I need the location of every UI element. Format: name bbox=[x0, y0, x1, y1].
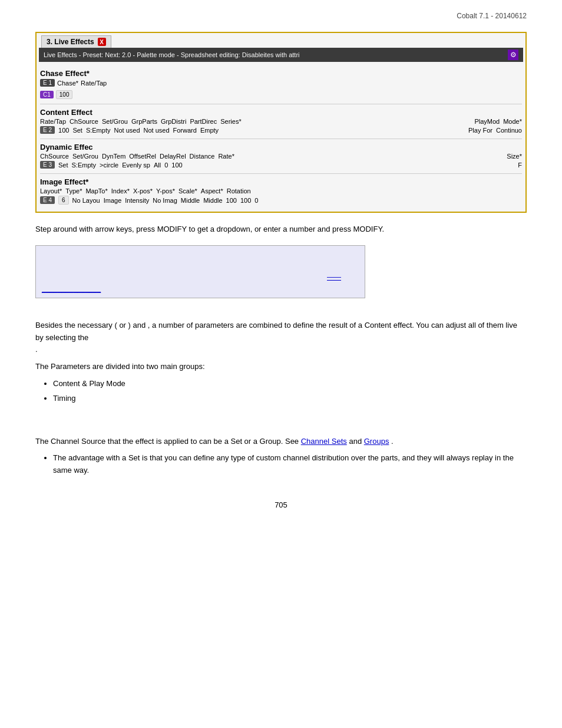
de-val3: >circle bbox=[100, 162, 118, 169]
de-val4: Evenly sp bbox=[122, 162, 150, 169]
status-bar: Live Effects - Preset: Next: 2.0 - Palet… bbox=[39, 48, 523, 62]
tab-label: 3. Live Effects bbox=[47, 38, 94, 46]
chase-effect-label: Chase Effect* bbox=[40, 69, 90, 78]
blue-box-link1[interactable]: _______________ bbox=[42, 285, 101, 293]
ce-val9: Continuo bbox=[496, 127, 522, 134]
ce-val6: Forward bbox=[173, 127, 197, 134]
ce-val2: Set bbox=[72, 127, 82, 134]
bullet-list: Content & Play Mode Timing bbox=[53, 378, 527, 405]
ie-val3: Intensity bbox=[125, 197, 149, 204]
ce-col6: PartDirec bbox=[190, 118, 217, 125]
status-text: Live Effects - Preset: Next: 2.0 - Palet… bbox=[44, 51, 300, 58]
de-col3: DynTem bbox=[102, 153, 125, 160]
rate-value: 100 bbox=[56, 90, 73, 99]
ce-col3: Set/Grou bbox=[102, 118, 128, 125]
body-section: Besides the necessary ( or ) and , a num… bbox=[35, 319, 527, 405]
chase-effect-row: Chase Effect* E 1 Chase* Rate/Tap C1 100 bbox=[40, 67, 522, 104]
de-spacer bbox=[238, 153, 503, 160]
e4-num: 6 bbox=[58, 196, 69, 205]
dynamic-effect-row: Dynamic Effec ChSource Set/Grou DynTem O… bbox=[40, 139, 522, 173]
ce-col1: Rate/Tap bbox=[40, 118, 66, 125]
bullet-item-1: Content & Play Mode bbox=[53, 378, 527, 390]
para3: The Channel Source that the effect is ap… bbox=[35, 436, 527, 448]
ce-val8: Play For bbox=[468, 127, 492, 134]
de-col4: OffsetRel bbox=[129, 153, 156, 160]
page-header: Cobalt 7.1 - 20140612 bbox=[35, 12, 527, 20]
ce-col9: Mode* bbox=[503, 118, 522, 125]
ce-col5: GrpDistri bbox=[161, 118, 186, 125]
ratetap-label: Rate/Tap bbox=[81, 80, 107, 87]
page-number: 705 bbox=[35, 500, 527, 509]
ie-col8: Aspect* bbox=[201, 187, 223, 195]
para2: The Parameters are divided into two main… bbox=[35, 361, 527, 373]
ce-spacer bbox=[245, 118, 471, 125]
de-val8: F bbox=[518, 162, 522, 169]
ce-col2: ChSource bbox=[70, 118, 98, 125]
ie-col6: Y-pos* bbox=[156, 187, 175, 195]
ie-val5: Middle bbox=[181, 197, 200, 204]
advantage-list: The advantage with a Set is that you can… bbox=[53, 452, 527, 477]
groups-link[interactable]: Groups bbox=[364, 437, 389, 446]
ie-val1: No Layou bbox=[72, 197, 100, 204]
version-text: Cobalt 7.1 - 20140612 bbox=[457, 12, 527, 20]
ie-val4: No Imag bbox=[153, 197, 177, 204]
spacer1 bbox=[35, 308, 527, 319]
ie-col1: Layout* bbox=[40, 187, 62, 195]
de-val2: S:Empty bbox=[72, 162, 97, 169]
e1-badge: E 1 bbox=[40, 79, 55, 87]
de-col1: ChSource bbox=[40, 153, 69, 160]
image-effect-row: Image Effect* Layout* Type* MapTo* Index… bbox=[40, 173, 522, 207]
bullet-item-2: Timing bbox=[53, 393, 527, 405]
ie-val6: Middle bbox=[203, 197, 222, 204]
e2-badge: E 2 bbox=[40, 126, 55, 134]
e4-badge: E 4 bbox=[40, 196, 55, 204]
ie-val7: 100 bbox=[226, 197, 237, 204]
ce-val7: Empty bbox=[200, 127, 219, 134]
ie-col9: Rotation bbox=[227, 187, 251, 195]
e3-badge: E 3 bbox=[40, 161, 55, 169]
de-val6: 0 bbox=[164, 162, 168, 169]
tab-close-button[interactable]: X bbox=[98, 38, 106, 46]
channel-sets-link[interactable]: Channel Sets bbox=[301, 437, 347, 446]
de-col7: Rate* bbox=[218, 153, 234, 160]
ce-val4: Not used bbox=[114, 127, 140, 134]
ie-col7: Scale* bbox=[178, 187, 197, 195]
gear-icon[interactable]: ⚙ bbox=[508, 50, 518, 60]
ie-col2: Type* bbox=[65, 187, 82, 195]
de-col2: Set/Grou bbox=[72, 153, 98, 160]
content-effect-row: Content Effect Rate/Tap ChSource Set/Gro… bbox=[40, 104, 522, 139]
de-col6: Distance bbox=[190, 153, 215, 160]
ie-col4: Index* bbox=[111, 187, 130, 195]
live-effects-panel: 3. Live Effects X Live Effects - Preset:… bbox=[35, 32, 527, 213]
ce-val5: Not used bbox=[144, 127, 170, 134]
blue-box-link2[interactable]: —— bbox=[327, 273, 341, 281]
step-text: Step around with arrow keys, press MODIF… bbox=[35, 223, 527, 236]
ie-val8: 100 bbox=[240, 197, 251, 204]
ce-col7: Series* bbox=[220, 118, 241, 125]
ie-col5: X-pos* bbox=[133, 187, 153, 195]
ce-col8: PlayMod bbox=[474, 118, 500, 125]
image-effect-label: Image Effect* bbox=[40, 177, 88, 186]
spacer2 bbox=[35, 412, 527, 424]
de-val7: 100 bbox=[171, 162, 182, 169]
de-col5: DelayRel bbox=[160, 153, 186, 160]
de-val1: Set bbox=[58, 162, 68, 169]
ie-col3: MapTo* bbox=[85, 187, 107, 195]
chase-star: Chase* bbox=[57, 80, 78, 87]
spacer3 bbox=[35, 424, 527, 436]
panel-tab[interactable]: 3. Live Effects X bbox=[41, 35, 111, 48]
blue-box: —— _______________ bbox=[35, 245, 365, 298]
content-effect-label: Content Effect bbox=[40, 108, 92, 117]
de-val5: All bbox=[154, 162, 161, 169]
de-col8: Size* bbox=[507, 153, 522, 160]
channel-source-section: The Channel Source that the effect is ap… bbox=[35, 436, 527, 477]
ce-val1: 100 bbox=[58, 127, 69, 134]
ce-val3: S:Empty bbox=[86, 127, 111, 134]
advantage-item: The advantage with a Set is that you can… bbox=[53, 452, 527, 477]
ie-val9: 0 bbox=[254, 197, 258, 204]
ie-val2: Image bbox=[104, 197, 122, 204]
para1: Besides the necessary ( or ) and , a num… bbox=[35, 319, 527, 356]
c1-badge: C1 bbox=[40, 91, 54, 98]
dynamic-effect-label: Dynamic Effec bbox=[40, 143, 93, 151]
ce-col4: GrpParts bbox=[131, 118, 157, 125]
